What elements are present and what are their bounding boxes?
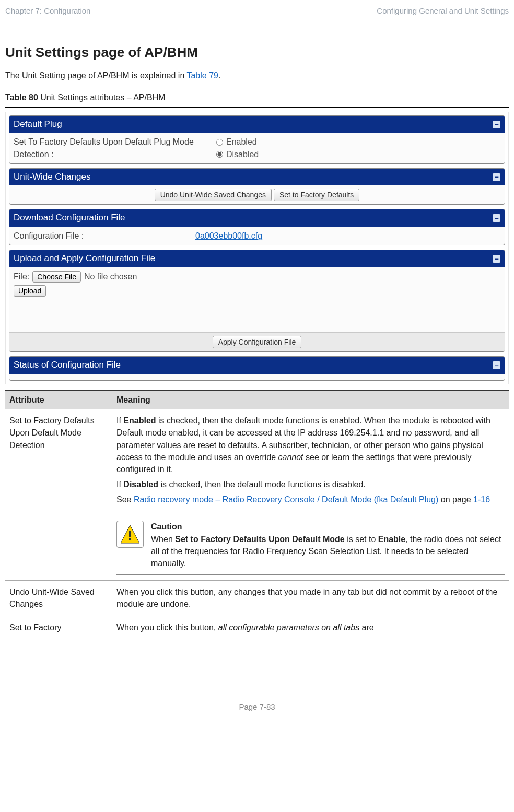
table-caption-number: Table 80	[5, 93, 38, 102]
file-label: File:	[14, 270, 29, 283]
collapse-icon[interactable]: −	[493, 255, 500, 263]
text: is set to	[345, 535, 378, 544]
caution-box: Caution When Set to Factory Defaults Upo…	[116, 515, 505, 575]
panel-download-config: Download Configuration File − Configurat…	[9, 209, 505, 245]
attr-meaning-cell: If Enabled is checked, then the default …	[112, 409, 509, 581]
caution-title: Caution	[151, 521, 505, 533]
table-row: Set to Factory When you click this butto…	[5, 616, 509, 639]
panel-status-config: Status of Configuration File −	[9, 356, 505, 381]
panel-title: Upload and Apply Configuration File	[14, 252, 155, 265]
radio-enabled-input[interactable]	[216, 139, 223, 146]
bold-disabled: Disabled	[123, 480, 158, 489]
radio-enabled[interactable]: Enabled	[216, 136, 259, 148]
caution-icon	[116, 521, 144, 548]
attr-name-cell: Set to Factory	[5, 616, 112, 639]
radio-disabled[interactable]: Disabled	[216, 148, 259, 160]
collapse-icon[interactable]: −	[493, 173, 500, 181]
text: on page	[438, 495, 473, 504]
page-title: Unit Settings page of AP/BHM	[5, 43, 509, 63]
attr-name-cell: Undo Unit-Wide Saved Changes	[5, 581, 112, 616]
page-footer: Page 7-83	[5, 701, 509, 713]
svg-rect-2	[129, 538, 131, 540]
panel-title: Unit-Wide Changes	[14, 171, 90, 184]
panel-head-status: Status of Configuration File −	[9, 357, 505, 374]
text: When	[151, 535, 175, 544]
caption-divider	[5, 107, 509, 108]
radio-disabled-input[interactable]	[216, 151, 223, 158]
page-1-16-link[interactable]: 1-16	[473, 495, 490, 504]
panel-head-default-plug: Default Plug −	[9, 116, 505, 133]
italic-text: all configurable parameters on all tabs	[218, 623, 359, 632]
radio-recovery-link[interactable]: Radio recovery mode – Radio Recovery Con…	[134, 495, 438, 504]
th-attribute: Attribute	[5, 390, 112, 409]
svg-rect-1	[129, 531, 131, 537]
table-caption: Table 80 Unit Settings attributes – AP/B…	[5, 91, 509, 103]
panel-default-plug: Default Plug − Set To Factory Defaults U…	[9, 115, 505, 164]
attr-meaning-cell: When you click this button, any changes …	[112, 581, 509, 616]
choose-file-button[interactable]: Choose File	[32, 271, 81, 283]
table-row: Undo Unit-Wide Saved Changes When you cl…	[5, 581, 509, 616]
collapse-icon[interactable]: −	[493, 121, 500, 128]
italic-cannot: cannot	[278, 453, 303, 462]
text: See	[116, 495, 134, 504]
radio-enabled-label: Enabled	[226, 136, 257, 148]
panel-unit-wide: Unit-Wide Changes − Undo Unit-Wide Saved…	[9, 168, 505, 205]
text: When you click this button,	[116, 623, 218, 632]
set-factory-defaults-button[interactable]: Set to Factory Defaults	[274, 189, 359, 201]
no-file-chosen-text: No file chosen	[84, 270, 137, 283]
header-chapter: Chapter 7: Configuration	[5, 5, 90, 17]
intro-paragraph: The Unit Setting page of AP/BHM is expla…	[5, 69, 509, 81]
table-79-link[interactable]: Table 79	[186, 71, 218, 80]
attributes-table: Attribute Meaning Set to Factory Default…	[5, 390, 509, 639]
panel-title: Status of Configuration File	[14, 359, 121, 372]
collapse-icon[interactable]: −	[493, 361, 500, 369]
attr-meaning-cell: When you click this button, all configur…	[112, 616, 509, 639]
panel-head-unit-wide: Unit-Wide Changes −	[9, 169, 505, 186]
bold-enabled: Enabled	[123, 416, 156, 425]
header-section: Configuring General and Unit Settings	[377, 5, 509, 17]
default-plug-row-label: Set To Factory Defaults Upon Default Plu…	[14, 136, 212, 160]
panel-upload-config: Upload and Apply Configuration File − Fi…	[9, 250, 505, 352]
upload-button[interactable]: Upload	[14, 285, 46, 297]
text: is checked, then the default mode functi…	[158, 480, 366, 489]
bold-enable: Enable	[378, 535, 405, 544]
panel-head-upload: Upload and Apply Configuration File −	[9, 250, 505, 267]
undo-unit-wide-button[interactable]: Undo Unit-Wide Saved Changes	[155, 189, 272, 201]
intro-text-after: .	[218, 71, 220, 80]
table-row: Set to Factory Defaults Upon Default Mod…	[5, 409, 509, 581]
th-meaning: Meaning	[112, 390, 509, 409]
intro-text-before: The Unit Setting page of AP/BHM is expla…	[5, 71, 186, 80]
text: If	[116, 480, 123, 489]
text: are	[359, 623, 374, 632]
panel-head-download: Download Configuration File −	[9, 209, 505, 227]
radio-disabled-label: Disabled	[226, 148, 259, 160]
page-header: Chapter 7: Configuration Configuring Gen…	[5, 5, 509, 17]
attr-name-cell: Set to Factory Defaults Upon Default Mod…	[5, 409, 112, 581]
text: If	[116, 416, 123, 425]
bold-text: Set to Factory Defaults Upon Default Mod…	[175, 535, 344, 544]
collapse-icon[interactable]: −	[493, 214, 500, 222]
apply-config-file-button[interactable]: Apply Configuration File	[213, 336, 302, 348]
config-file-label: Configuration File :	[14, 230, 191, 242]
panel-title: Default Plug	[14, 118, 62, 131]
unit-settings-screenshot: Default Plug − Set To Factory Defaults U…	[5, 112, 509, 384]
table-caption-text: Unit Settings attributes – AP/BHM	[38, 93, 166, 102]
panel-title: Download Configuration File	[14, 211, 125, 225]
config-file-link[interactable]: 0a003ebb00fb.cfg	[195, 230, 262, 242]
